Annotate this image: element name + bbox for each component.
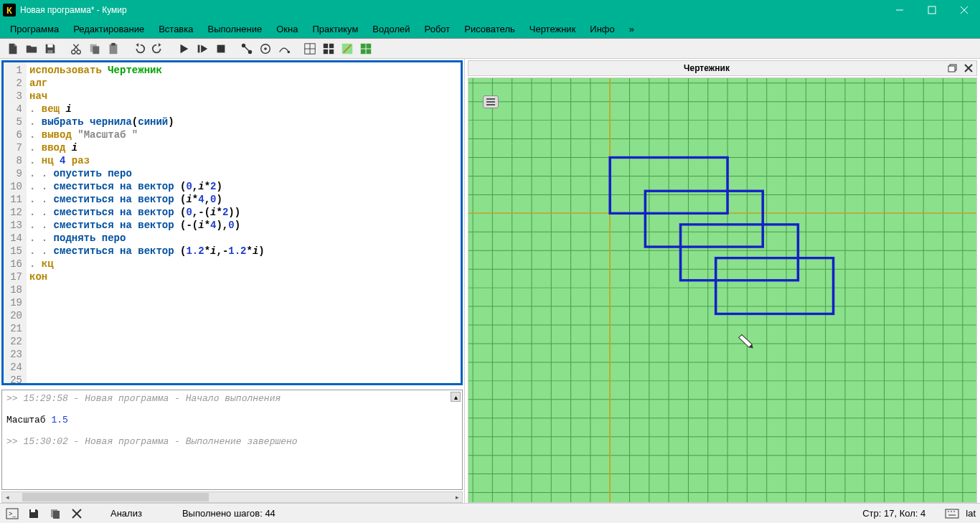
menu-item-3[interactable]: Выполнение bbox=[200, 22, 269, 37]
menu-item-11[interactable]: » bbox=[622, 22, 641, 37]
code-line[interactable]: . . сместиться на вектор (0,i*2) bbox=[29, 180, 458, 193]
canvas-menu-button[interactable] bbox=[483, 95, 499, 108]
grid-1-button[interactable] bbox=[301, 40, 319, 57]
code-line[interactable]: нач bbox=[29, 90, 458, 103]
svg-rect-5 bbox=[47, 50, 52, 53]
svg-rect-27 bbox=[324, 49, 328, 53]
code-line[interactable] bbox=[29, 322, 458, 335]
code-line[interactable]: . выбрать чернила(синий) bbox=[29, 116, 458, 128]
panel-restore-button[interactable] bbox=[945, 61, 961, 75]
drafter-panel-header: Чертежник bbox=[468, 60, 977, 76]
redo-button[interactable] bbox=[149, 40, 166, 57]
code-line[interactable]: . . сместиться на вектор (-(i*4),0) bbox=[29, 219, 458, 232]
step-button[interactable] bbox=[194, 40, 211, 57]
code-line[interactable] bbox=[29, 283, 458, 296]
paste-button[interactable] bbox=[105, 40, 122, 57]
code-line[interactable]: . кц bbox=[29, 258, 458, 270]
code-line[interactable]: . . сместиться на вектор (0,-(i*2)) bbox=[29, 206, 458, 219]
stop-button[interactable] bbox=[212, 40, 230, 57]
svg-rect-13 bbox=[111, 42, 115, 45]
console-line bbox=[6, 404, 458, 415]
menu-item-10[interactable]: Инфо bbox=[583, 22, 621, 37]
code-line[interactable]: . . сместиться на вектор (i*4,0) bbox=[29, 193, 458, 206]
code-line[interactable]: . . поднять перо bbox=[29, 232, 458, 245]
panel-close-button[interactable] bbox=[961, 61, 976, 75]
close-button[interactable] bbox=[948, 0, 980, 20]
window-title: Новая программа* - Кумир bbox=[20, 5, 883, 15]
code-line[interactable]: . . сместиться на вектор (1.2*i,-1.2*i) bbox=[29, 245, 458, 258]
code-line[interactable] bbox=[29, 335, 458, 348]
code-line[interactable]: . вещ i bbox=[29, 103, 458, 116]
copy-button[interactable] bbox=[86, 40, 103, 57]
drafter-canvas[interactable] bbox=[468, 77, 977, 503]
drafter-title: Чертежник bbox=[468, 63, 945, 73]
maximize-button[interactable] bbox=[915, 0, 948, 20]
svg-rect-4 bbox=[47, 44, 52, 47]
svg-rect-25 bbox=[324, 43, 328, 47]
code-line[interactable]: использовать Чертежник bbox=[29, 64, 458, 77]
undo-button[interactable] bbox=[131, 40, 148, 57]
menubar: ПрограммаРедактированиеВставкаВыполнение… bbox=[0, 20, 980, 39]
keyboard-indicator-icon[interactable] bbox=[944, 506, 960, 522]
clear-status-button[interactable] bbox=[69, 506, 85, 522]
menu-item-6[interactable]: Водолей bbox=[365, 22, 417, 37]
new-file-button[interactable] bbox=[4, 40, 22, 57]
keyboard-lang: lat bbox=[966, 508, 976, 519]
code-line[interactable]: . . опустить перо bbox=[29, 167, 458, 180]
svg-rect-37 bbox=[468, 78, 976, 502]
code-line[interactable] bbox=[29, 374, 458, 383]
actor-3-button[interactable] bbox=[275, 40, 293, 57]
code-editor[interactable]: 1234567891011121314151617181920212223242… bbox=[1, 60, 463, 385]
analysis-label: Анализ bbox=[110, 508, 142, 519]
code-line[interactable]: . ввод i bbox=[29, 141, 458, 154]
minimize-button[interactable] bbox=[883, 0, 915, 20]
menu-item-7[interactable]: Робот bbox=[418, 22, 458, 37]
svg-rect-28 bbox=[329, 49, 334, 53]
code-line[interactable]: . вывод "Масштаб " bbox=[29, 128, 458, 141]
drafter-view-button[interactable] bbox=[357, 40, 374, 57]
svg-rect-1 bbox=[928, 6, 936, 14]
console-toggle-button[interactable]: >_ bbox=[4, 506, 20, 522]
svg-line-18 bbox=[244, 45, 250, 52]
code-line[interactable]: . нц 4 раз bbox=[29, 154, 458, 167]
save-status-button[interactable] bbox=[26, 506, 42, 522]
svg-rect-26 bbox=[329, 43, 334, 47]
console-line: >> 15:30:02 - Новая программа - Выполнен… bbox=[6, 436, 458, 447]
code-line[interactable]: кон bbox=[29, 270, 458, 283]
menu-item-4[interactable]: Окна bbox=[269, 22, 305, 37]
cursor-position: Стр: 17, Кол: 4 bbox=[862, 508, 925, 519]
copy-status-button[interactable] bbox=[47, 506, 63, 522]
line-gutter: 1234567891011121314151617181920212223242… bbox=[4, 62, 27, 383]
code-line[interactable] bbox=[29, 309, 458, 322]
app-icon: К bbox=[3, 4, 16, 17]
cut-button[interactable] bbox=[67, 40, 85, 57]
open-file-button[interactable] bbox=[23, 40, 40, 57]
menu-item-5[interactable]: Практикум bbox=[305, 22, 365, 37]
menu-item-2[interactable]: Вставка bbox=[151, 22, 200, 37]
code-line[interactable]: алг bbox=[29, 77, 458, 90]
grid-2-button[interactable] bbox=[320, 40, 337, 57]
svg-rect-97 bbox=[946, 509, 958, 518]
robot-view-button[interactable] bbox=[339, 40, 356, 57]
horizontal-scrollbar[interactable]: ◂ ▸ bbox=[1, 491, 463, 503]
toolbar bbox=[0, 39, 980, 59]
svg-point-7 bbox=[77, 50, 80, 53]
actor-2-button[interactable] bbox=[257, 40, 274, 57]
console-line: Масштаб 1.5 bbox=[6, 415, 458, 425]
console-scroll-up[interactable]: ▴ bbox=[451, 392, 461, 402]
code-line[interactable] bbox=[29, 361, 458, 374]
save-file-button[interactable] bbox=[42, 40, 59, 57]
menu-item-0[interactable]: Программа bbox=[3, 22, 66, 37]
svg-text:>_: >_ bbox=[9, 510, 17, 517]
actor-1-button[interactable] bbox=[238, 40, 255, 57]
code-line[interactable] bbox=[29, 348, 458, 361]
menu-item-1[interactable]: Редактирование bbox=[66, 22, 151, 37]
svg-point-6 bbox=[72, 50, 75, 53]
steps-label: Выполнено шагов: 44 bbox=[182, 508, 275, 519]
svg-rect-11 bbox=[93, 46, 99, 54]
code-line[interactable] bbox=[29, 296, 458, 309]
menu-item-8[interactable]: Рисователь bbox=[457, 22, 522, 37]
run-button[interactable] bbox=[175, 40, 192, 57]
menu-item-9[interactable]: Чертежник bbox=[522, 22, 583, 37]
output-console[interactable]: ▴ >> 15:29:58 - Новая программа - Начало… bbox=[1, 390, 463, 490]
